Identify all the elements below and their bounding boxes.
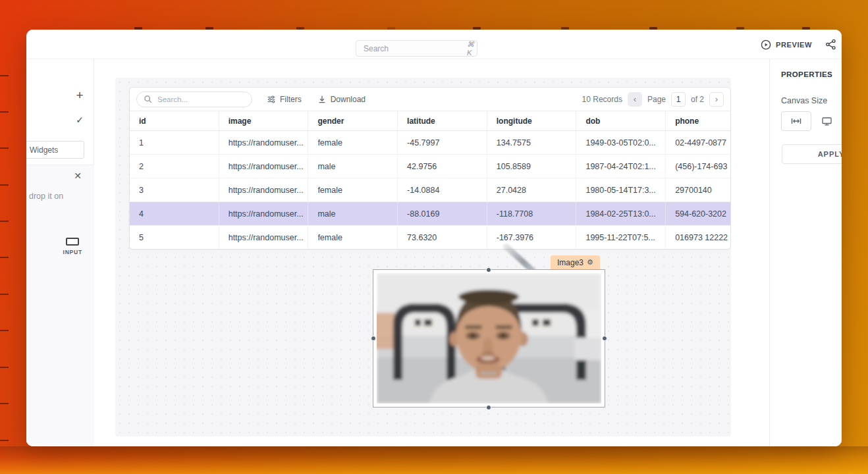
table-cell[interactable]: male	[308, 202, 398, 225]
gear-icon[interactable]: ⚙	[587, 258, 593, 267]
image-widget[interactable]	[373, 269, 605, 408]
table-cell[interactable]: https://randomuser...	[219, 202, 309, 225]
table-cell[interactable]: -167.3976	[487, 226, 577, 249]
search-icon	[144, 95, 152, 103]
column-header-latitude[interactable]: latitude	[398, 111, 487, 130]
preview-button[interactable]: PREVIEW	[761, 40, 812, 50]
chevron-right-icon: ›	[715, 94, 718, 104]
image-widget-name: Image3	[557, 258, 583, 267]
table-cell[interactable]: https://randomuser...	[219, 178, 309, 201]
portrait-image	[377, 273, 601, 404]
properties-title: PROPERTIES	[781, 70, 832, 78]
app-canvas[interactable]: Filters Download 10 Records ‹	[115, 78, 731, 436]
left-sidebar: + ✓ ✕ drop it on INPUT T	[26, 59, 94, 446]
table-cell[interactable]: 1980-05-14T17:3...	[576, 178, 666, 201]
table-cell[interactable]: 27.0428	[487, 178, 577, 201]
page-label: Page	[647, 95, 666, 104]
table-cell[interactable]: https://randomuser...	[219, 155, 309, 178]
background-list-line	[0, 147, 9, 149]
column-header-id[interactable]: id	[130, 111, 219, 130]
width-resize-icon	[791, 116, 801, 126]
table-cell[interactable]: 02-4497-0877	[666, 131, 731, 154]
background-list-line	[0, 221, 9, 222]
page-of-label: of 2	[691, 95, 704, 104]
share-icon[interactable]	[825, 39, 836, 50]
table-row[interactable]: 3https://randomuser...female-14.088427.0…	[130, 178, 730, 202]
close-icon[interactable]: ✕	[70, 171, 86, 181]
desktop-size-option[interactable]	[811, 111, 842, 131]
table-cell[interactable]: female	[308, 226, 398, 249]
column-header-dob[interactable]: dob	[576, 111, 666, 130]
page-prev-button[interactable]: ‹	[628, 92, 642, 107]
table-row[interactable]: 4https://randomuser...male-88.0169-118.7…	[130, 202, 730, 226]
image-widget-label[interactable]: Image3 ⚙	[551, 255, 600, 269]
column-header-phone[interactable]: phone	[666, 111, 731, 130]
table-row[interactable]: 5https://randomuser...female73.6320-167.…	[130, 226, 730, 250]
canvas-size-toggle	[781, 111, 842, 131]
search-shortcut-hint: ⌘ K	[467, 40, 474, 57]
resize-handle-bottom[interactable]	[486, 405, 491, 410]
table-cell[interactable]: (456)-174-693	[666, 155, 731, 178]
chevron-left-icon: ‹	[634, 94, 636, 104]
table-cell[interactable]: 2	[130, 155, 219, 178]
download-button[interactable]: Download	[317, 95, 366, 104]
table-cell[interactable]: 4	[130, 202, 219, 225]
custom-width-option[interactable]	[781, 111, 811, 131]
table-cell[interactable]: 1987-04-24T02:1...	[576, 155, 666, 178]
table-cell[interactable]: 42.9756	[398, 155, 487, 178]
table-row[interactable]: 1https://randomuser...female-45.7997134.…	[130, 131, 730, 155]
resize-handle-left[interactable]	[371, 336, 376, 341]
table-cell[interactable]: 1949-03-05T02:0...	[576, 131, 666, 154]
table-widget[interactable]: Filters Download 10 Records ‹	[129, 87, 731, 250]
table-cell[interactable]: 5	[130, 226, 219, 249]
table-row[interactable]: 2https://randomuser...male42.9756105.858…	[130, 155, 730, 178]
table-cell[interactable]: female	[308, 178, 398, 201]
filters-icon	[267, 95, 276, 104]
table-cell[interactable]: https://randomuser...	[219, 226, 309, 249]
resize-handle-right[interactable]	[602, 336, 607, 341]
table-cell[interactable]: 1	[130, 131, 219, 154]
table-cell[interactable]: male	[308, 155, 398, 178]
table-cell[interactable]: 594-620-3202	[666, 202, 731, 225]
download-icon	[317, 95, 327, 104]
table-cell[interactable]: -45.7997	[398, 131, 487, 154]
table-cell[interactable]: 3	[130, 178, 219, 201]
background-list-line	[0, 330, 9, 331]
table-search[interactable]	[136, 92, 252, 107]
check-icon[interactable]: ✓	[71, 115, 88, 125]
table-cell[interactable]: 29700140	[666, 178, 731, 201]
apply-button[interactable]: APPLY	[782, 144, 842, 164]
table-cell[interactable]: -14.0884	[398, 178, 487, 201]
column-header-image[interactable]: image	[219, 111, 309, 130]
filters-button[interactable]: Filters	[267, 95, 302, 104]
widgets-drawer: ✕ drop it on INPUT T	[26, 165, 94, 446]
column-header-longitude[interactable]: longitude	[487, 111, 577, 130]
page-next-button[interactable]: ›	[709, 92, 724, 107]
table-cell[interactable]: -118.7708	[487, 202, 577, 225]
table-cell[interactable]: -88.0169	[398, 202, 487, 225]
filters-label: Filters	[280, 95, 302, 104]
table-cell[interactable]: 1995-11-22T07:5...	[576, 226, 666, 249]
table-cell[interactable]: female	[308, 131, 398, 154]
page-number-input[interactable]: 1	[671, 92, 686, 107]
table-cell[interactable]: 105.8589	[487, 155, 577, 178]
table-cell[interactable]: 134.7575	[487, 131, 577, 154]
add-icon[interactable]: +	[70, 88, 90, 103]
widgets-search-input[interactable]	[26, 141, 84, 159]
resize-handle-top[interactable]	[486, 267, 491, 273]
app-builder-window: ⌘ K PREVIEW	[26, 30, 842, 446]
table-cell[interactable]: 016973 12222	[666, 226, 731, 249]
table-cell[interactable]: 1984-02-25T13:0...	[576, 202, 666, 225]
background-list-line	[0, 75, 9, 76]
global-search-input[interactable]	[362, 43, 467, 54]
table-cell[interactable]: 73.6320	[398, 226, 487, 249]
table-toolbar: Filters Download 10 Records ‹	[130, 88, 730, 111]
properties-panel: PROPERTIES Canvas Size	[769, 59, 842, 446]
table-cell[interactable]: https://randomuser...	[219, 131, 309, 154]
table-search-input[interactable]	[156, 95, 229, 104]
palette-widget-label: INPUT	[63, 249, 83, 255]
background-list-line	[0, 403, 9, 404]
table-header-row: idimagegenderlatitudelongitudedobphone	[130, 111, 730, 131]
column-header-gender[interactable]: gender	[308, 111, 398, 130]
global-search[interactable]: ⌘ K	[356, 40, 477, 57]
